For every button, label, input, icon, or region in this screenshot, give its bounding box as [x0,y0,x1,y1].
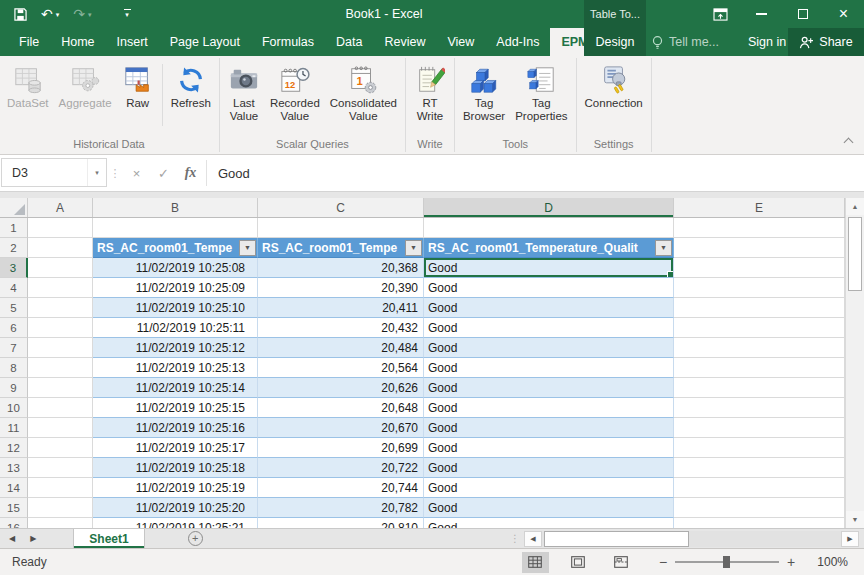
sheet-tab-sheet1[interactable]: Sheet1 [73,529,144,548]
cell-A6[interactable] [28,318,93,338]
cell-B16[interactable]: 11/02/2019 10:25:21 [93,518,258,528]
cell-D10[interactable]: Good [424,398,674,418]
row-header-9[interactable]: 9 [0,378,28,398]
insert-function-button[interactable]: fx [177,155,204,191]
tab-data[interactable]: Data [325,28,373,56]
cell-A16[interactable] [28,518,93,528]
undo-button[interactable]: ↶ ▾ [41,6,59,22]
new-sheet-button[interactable]: + [188,531,203,546]
name-box[interactable]: D3 ▾ [1,158,107,187]
horizontal-scrollbar[interactable]: ◀ ▶ [524,531,859,546]
tell-me-box[interactable]: Tell me... [652,28,719,56]
cell-B14[interactable]: 11/02/2019 10:25:19 [93,478,258,498]
horizontal-scroll-thumb[interactable] [544,531,689,547]
formula-input[interactable]: Good [209,155,864,191]
last-value-button[interactable]: LastValue [223,60,265,126]
row-header-12[interactable]: 12 [0,438,28,458]
minimize-button[interactable] [741,0,782,28]
tab-file[interactable]: File [8,28,50,56]
cell-D13[interactable]: Good [424,458,674,478]
row-header-8[interactable]: 8 [0,358,28,378]
cell-C1[interactable] [258,218,424,238]
tab-add-ins[interactable]: Add-Ins [485,28,550,56]
cell-D5[interactable]: Good [424,298,674,318]
cell-E4[interactable] [674,278,845,298]
cancel-button[interactable]: × [123,155,150,191]
cell-A15[interactable] [28,498,93,518]
recorded-value-button[interactable]: 12 RecordedValue [265,60,325,126]
cell-C10[interactable]: 20,648 [258,398,424,418]
cell-E5[interactable] [674,298,845,318]
enter-button[interactable]: ✓ [150,155,177,191]
scroll-left-button[interactable]: ◀ [524,531,542,547]
connection-button[interactable]: Connection [580,60,648,126]
cell-A13[interactable] [28,458,93,478]
cell-D12[interactable]: Good [424,438,674,458]
sheet-nav-left-icon[interactable]: ◀ [9,534,15,543]
cell-B9[interactable]: 11/02/2019 10:25:14 [93,378,258,398]
column-header-D[interactable]: D [424,198,674,217]
cell-B6[interactable]: 11/02/2019 10:25:11 [93,318,258,338]
rt-write-button[interactable]: RTWrite [409,60,451,126]
cell-D7[interactable]: Good [424,338,674,358]
cell-D11[interactable]: Good [424,418,674,438]
cell-E7[interactable] [674,338,845,358]
cell-C4[interactable]: 20,390 [258,278,424,298]
sheet-nav-right-icon[interactable]: ▶ [30,534,36,543]
column-header-E[interactable]: E [674,198,845,217]
cell-D9[interactable]: Good [424,378,674,398]
cell-B7[interactable]: 11/02/2019 10:25:12 [93,338,258,358]
cell-D6[interactable]: Good [424,318,674,338]
cell-A2[interactable] [28,238,93,258]
cell-C15[interactable]: 20,782 [258,498,424,518]
zoom-out-button[interactable]: − [651,554,675,570]
tab-design[interactable]: Design [596,28,635,56]
cell-C5[interactable]: 20,411 [258,298,424,318]
cell-A12[interactable] [28,438,93,458]
collapse-ribbon-icon[interactable] [844,138,854,148]
sign-in-button[interactable]: Sign in [748,28,786,56]
formula-bar-grip-icon[interactable]: ⋮ [107,155,123,191]
cell-E13[interactable] [674,458,845,478]
cell-C12[interactable]: 20,699 [258,438,424,458]
refresh-button[interactable]: Refresh [166,60,216,126]
row-header-4[interactable]: 4 [0,278,28,298]
select-all-corner[interactable] [0,198,28,217]
filter-button[interactable]: ▼ [405,240,422,256]
cell-B11[interactable]: 11/02/2019 10:25:16 [93,418,258,438]
cell-D16[interactable]: Good [424,518,674,528]
cell-A8[interactable] [28,358,93,378]
save-button[interactable] [14,8,27,21]
cell-B1[interactable] [93,218,258,238]
cell-C9[interactable]: 20,626 [258,378,424,398]
cell-A1[interactable] [28,218,93,238]
cell-A4[interactable] [28,278,93,298]
cell-B8[interactable]: 11/02/2019 10:25:13 [93,358,258,378]
cell-E9[interactable] [674,378,845,398]
cell-E16[interactable] [674,518,845,528]
cell-A3[interactable] [28,258,93,278]
scroll-right-button[interactable]: ▶ [841,531,859,547]
zoom-slider-thumb[interactable] [723,556,730,568]
cell-C13[interactable]: 20,722 [258,458,424,478]
horizontal-scroll-track[interactable] [542,531,841,547]
cell-C6[interactable]: 20,432 [258,318,424,338]
cell-B13[interactable]: 11/02/2019 10:25:18 [93,458,258,478]
tab-insert[interactable]: Insert [106,28,159,56]
row-header-5[interactable]: 5 [0,298,28,318]
cell-E11[interactable] [674,418,845,438]
tab-home[interactable]: Home [50,28,105,56]
consolidated-value-button[interactable]: 1 ConsolidatedValue [325,60,402,126]
cell-C3[interactable]: 20,368 [258,258,424,278]
scroll-up-button[interactable]: ▲ [846,198,864,215]
cell-A14[interactable] [28,478,93,498]
cell-C11[interactable]: 20,670 [258,418,424,438]
name-box-dropdown-icon[interactable]: ▾ [87,159,106,186]
maximize-button[interactable] [782,0,823,28]
tag-properties-button[interactable]: TagProperties [510,60,572,126]
column-header-A[interactable]: A [28,198,93,217]
cell-A9[interactable] [28,378,93,398]
cell-C7[interactable]: 20,484 [258,338,424,358]
dataset-button[interactable]: DataSet [2,60,54,126]
raw-button[interactable]: Raw [117,60,159,126]
